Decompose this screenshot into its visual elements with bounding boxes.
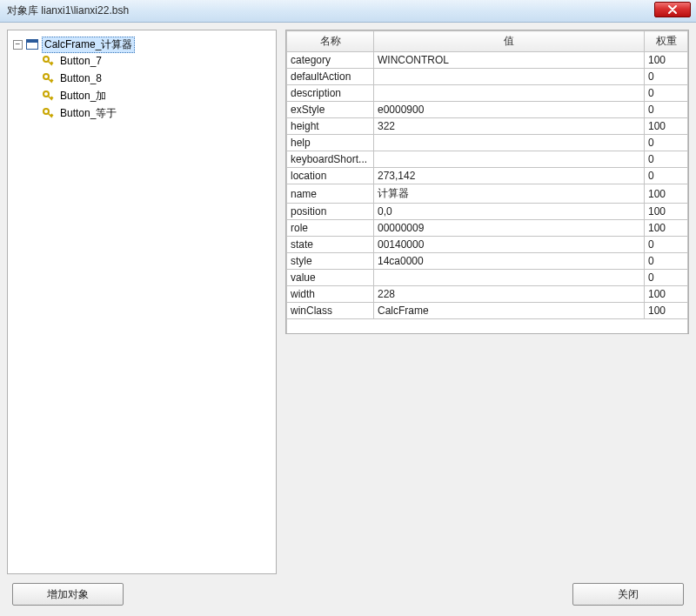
table-cell-name[interactable]: help <box>287 135 374 151</box>
table-row[interactable]: style14ca00000 <box>287 253 688 270</box>
tree-spacer <box>29 91 38 101</box>
table-cell-weight[interactable]: 100 <box>645 204 688 220</box>
table-cell-value[interactable]: 0,0 <box>374 204 645 220</box>
table-cell-name[interactable]: state <box>287 237 374 253</box>
table-cell-value[interactable] <box>374 151 645 168</box>
tree-root-label[interactable]: CalcFrame_计算器 <box>42 37 135 53</box>
tree-root-row[interactable]: − CalcFrame_计算器 <box>13 37 272 52</box>
table-cell-weight[interactable]: 0 <box>645 237 688 253</box>
table-cell-value[interactable]: 计算器 <box>374 184 645 204</box>
table-row[interactable]: categoryWINCONTROL100 <box>287 52 688 69</box>
tree-item[interactable]: Button_加 <box>29 87 272 104</box>
table-cell-weight[interactable]: 0 <box>645 253 688 270</box>
window-close-button[interactable] <box>654 2 691 17</box>
title-bar: 对象库 lianxi1\lianxi22.bsh <box>0 0 696 23</box>
table-cell-name[interactable]: name <box>287 184 374 204</box>
table-cell-value[interactable]: 00000009 <box>374 220 645 237</box>
tree-item[interactable]: Button_等于 <box>29 104 272 122</box>
tree-item[interactable]: Button_7 <box>29 52 272 70</box>
table-cell-name[interactable]: role <box>287 220 374 237</box>
table-cell-value[interactable]: 14ca0000 <box>374 253 645 270</box>
table-cell-weight[interactable]: 100 <box>645 118 688 135</box>
table-cell-weight[interactable]: 0 <box>645 151 688 168</box>
col-header-weight[interactable]: 权重 <box>645 31 688 52</box>
close-button[interactable]: 关闭 <box>572 583 684 606</box>
table-cell-name[interactable]: position <box>287 204 374 220</box>
table-cell-weight[interactable]: 100 <box>645 184 688 204</box>
tree-item-row[interactable]: Button_7 <box>29 53 272 69</box>
properties-table: 名称 值 权重 categoryWINCONTROL100defaultActi… <box>286 30 688 333</box>
tree-collapse-icon[interactable]: − <box>13 40 23 50</box>
key-icon <box>42 90 54 102</box>
tree-item[interactable]: Button_8 <box>29 70 272 87</box>
table-cell-name[interactable]: defaultAction <box>287 69 374 85</box>
table-cell-value[interactable]: WINCONTROL <box>374 52 645 69</box>
table-header-row: 名称 值 权重 <box>287 31 688 52</box>
table-row[interactable]: description0 <box>287 85 688 102</box>
tree-item-label[interactable]: Button_加 <box>57 88 109 104</box>
table-cell-weight[interactable]: 0 <box>645 69 688 85</box>
table-cell-name[interactable]: width <box>287 286 374 303</box>
table-cell-value[interactable] <box>374 135 645 151</box>
table-cell-weight[interactable]: 0 <box>645 168 688 184</box>
table-cell-value[interactable] <box>374 85 645 102</box>
table-row[interactable]: exStylee00009000 <box>287 102 688 118</box>
tree-spacer <box>29 109 38 118</box>
table-row[interactable]: position0,0100 <box>287 204 688 220</box>
table-cell-name[interactable]: category <box>287 52 374 69</box>
close-icon <box>667 5 678 14</box>
table-cell-weight[interactable]: 100 <box>645 52 688 69</box>
table-row[interactable]: height322100 <box>287 118 688 135</box>
table-cell-value[interactable]: 228 <box>374 286 645 303</box>
table-cell-weight[interactable]: 0 <box>645 135 688 151</box>
table-cell-name[interactable]: style <box>287 253 374 270</box>
tree-item-row[interactable]: Button_8 <box>29 70 272 86</box>
properties-panel: 名称 值 权重 categoryWINCONTROL100defaultActi… <box>285 30 689 334</box>
table-cell-weight[interactable]: 100 <box>645 286 688 303</box>
object-tree[interactable]: − CalcFrame_计算器 Button_7Button_8Button_加… <box>11 36 272 123</box>
table-cell-weight[interactable]: 0 <box>645 85 688 102</box>
table-row[interactable]: name计算器100 <box>287 184 688 204</box>
table-cell-name[interactable]: location <box>287 168 374 184</box>
table-cell-value[interactable] <box>374 69 645 85</box>
tree-spacer <box>29 74 38 84</box>
button-row: 增加对象 关闭 <box>7 574 689 609</box>
key-icon <box>42 55 54 67</box>
table-empty-row <box>287 319 688 334</box>
table-cell-name[interactable]: value <box>287 270 374 286</box>
tree-item-label[interactable]: Button_8 <box>57 71 104 85</box>
tree-item-label[interactable]: Button_等于 <box>57 105 119 122</box>
table-cell-weight[interactable]: 100 <box>645 220 688 237</box>
table-cell-name[interactable]: exStyle <box>287 102 374 118</box>
table-cell-weight[interactable]: 100 <box>645 303 688 319</box>
table-row[interactable]: keyboardShort...0 <box>287 151 688 168</box>
col-header-name[interactable]: 名称 <box>287 31 374 52</box>
table-row[interactable]: role00000009100 <box>287 220 688 237</box>
properties-scroll[interactable]: 名称 值 权重 categoryWINCONTROL100defaultActi… <box>286 30 688 333</box>
table-cell-weight[interactable]: 0 <box>645 102 688 118</box>
table-cell-value[interactable]: CalcFrame <box>374 303 645 319</box>
table-cell-name[interactable]: description <box>287 85 374 102</box>
table-row[interactable]: state001400000 <box>287 237 688 253</box>
table-row[interactable]: defaultAction0 <box>287 69 688 85</box>
table-row[interactable]: location273,1420 <box>287 168 688 184</box>
tree-item-row[interactable]: Button_等于 <box>29 105 272 121</box>
table-cell-weight[interactable]: 0 <box>645 270 688 286</box>
table-cell-value[interactable]: 00140000 <box>374 237 645 253</box>
table-row[interactable]: winClassCalcFrame100 <box>287 303 688 319</box>
table-cell-name[interactable]: keyboardShort... <box>287 151 374 168</box>
table-cell-name[interactable]: winClass <box>287 303 374 319</box>
tree-item-label[interactable]: Button_7 <box>57 54 104 68</box>
add-object-button[interactable]: 增加对象 <box>12 583 124 606</box>
table-row[interactable]: width228100 <box>287 286 688 303</box>
table-cell-value[interactable] <box>374 270 645 286</box>
table-cell-value[interactable]: 273,142 <box>374 168 645 184</box>
table-cell-value[interactable]: e0000900 <box>374 102 645 118</box>
table-row[interactable]: value0 <box>287 270 688 286</box>
key-icon <box>42 107 54 119</box>
col-header-value[interactable]: 值 <box>374 31 645 52</box>
table-row[interactable]: help0 <box>287 135 688 151</box>
table-cell-value[interactable]: 322 <box>374 118 645 135</box>
table-cell-name[interactable]: height <box>287 118 374 135</box>
tree-item-row[interactable]: Button_加 <box>29 88 272 104</box>
